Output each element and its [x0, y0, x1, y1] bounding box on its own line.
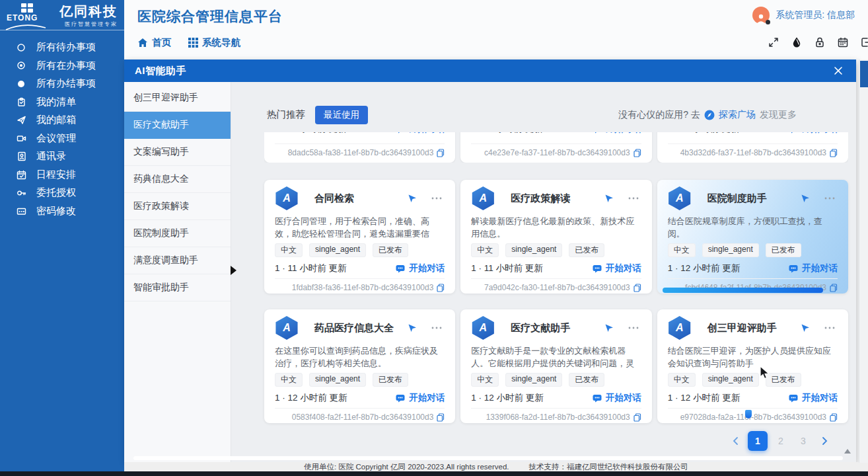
publish-cursor-icon[interactable]: [801, 323, 810, 333]
more-menu-icon[interactable]: [824, 197, 838, 200]
agent-card-sanjia-review[interactable]: A 创三甲迎评助手 结合医院三甲迎评，为医护人员提供应知应会知识查询与问答助手 …: [657, 309, 848, 423]
agent-card-drug-info[interactable]: A 药品医疗信息大全 在这里你可以查询到药品信息，疾病症状及治疗，医疗机构等相关…: [264, 309, 455, 423]
start-chat-link[interactable]: 开始对话: [396, 132, 445, 135]
nav-home[interactable]: 首页: [137, 36, 171, 49]
publish-cursor-icon[interactable]: [801, 194, 810, 203]
pagination-page-1[interactable]: 1: [748, 431, 768, 451]
copy-icon[interactable]: [830, 284, 838, 292]
pagination-next-icon[interactable]: [816, 432, 834, 450]
chat-bubble-icon: [396, 394, 405, 403]
copy-icon[interactable]: [437, 284, 445, 292]
agent-card-partial[interactable]: 1 · 11 小时前 更新 开始对话 4b3d32d6-fa37-11ef-8b…: [657, 132, 848, 163]
user-box[interactable]: 系统管理员: 信息部: [752, 7, 855, 24]
more-menu-icon[interactable]: [628, 197, 641, 200]
explore-plaza-link[interactable]: 探索广场: [719, 109, 756, 121]
start-chat-link[interactable]: 开始对话: [396, 392, 445, 404]
start-chat-link[interactable]: 开始对话: [789, 262, 838, 274]
more-menu-icon[interactable]: [431, 197, 445, 200]
start-chat-link[interactable]: 开始对话: [593, 392, 641, 404]
brand-company-name: 亿同科技: [50, 3, 118, 19]
menu-item-sanjia[interactable]: 创三甲迎评助手: [124, 85, 231, 112]
copy-icon[interactable]: [437, 413, 445, 422]
avatar[interactable]: [752, 7, 770, 24]
more-menu-icon[interactable]: [431, 327, 445, 329]
hover-marker: [745, 410, 752, 418]
menu-item-copywriting[interactable]: 文案编写助手: [124, 139, 231, 166]
agent-card-hospital-rules[interactable]: A 医院制度助手 结合医院规章制度库，方便职工查找，查阅。 中文 single_…: [657, 180, 848, 294]
menu-item-approval[interactable]: 智能审批助手: [124, 274, 231, 301]
copy-icon[interactable]: [633, 284, 641, 292]
sidebar-item-my-mail[interactable]: 我的邮箱: [0, 111, 124, 130]
tab-hot-recommend[interactable]: 热门推荐: [267, 108, 305, 121]
sidebar-item-contacts[interactable]: 通讯录: [0, 147, 124, 166]
meeting-camera-icon: [16, 133, 26, 143]
start-chat-link[interactable]: 开始对话: [789, 392, 838, 404]
pagination-page-2[interactable]: 2: [772, 431, 790, 451]
copy-icon[interactable]: [830, 413, 838, 422]
tab-recently-used[interactable]: 最近使用: [315, 106, 368, 124]
start-chat-link[interactable]: 开始对话: [396, 262, 445, 274]
menu-item-literature[interactable]: 医疗文献助手: [124, 112, 231, 139]
agent-card-policy-reading[interactable]: A 医疗政策解读 解读最新医疗信息化最新的政策、新技术应用信息。 中文 sing…: [460, 180, 651, 294]
start-chat-link[interactable]: 开始对话: [593, 132, 641, 135]
agent-id: 1339f068-fa2d-11ef-8b7b-dc36439100d3: [486, 413, 630, 422]
horizontal-scrollbar[interactable]: [133, 456, 843, 460]
nav-system[interactable]: 系统导航: [188, 36, 240, 49]
copy-icon[interactable]: [633, 149, 641, 157]
copy-icon[interactable]: [633, 413, 641, 422]
start-chat-link[interactable]: 开始对话: [789, 132, 838, 135]
more-menu-icon[interactable]: [628, 327, 641, 329]
logout-icon[interactable]: [859, 35, 868, 50]
menu-item-policy[interactable]: 医疗政策解读: [124, 193, 231, 220]
tag-status: 已发布: [766, 243, 801, 257]
publish-cursor-icon[interactable]: [408, 194, 417, 203]
sidebar-item-password[interactable]: 密码修改: [0, 202, 124, 221]
sidebar-item-label: 密码修改: [36, 205, 76, 218]
agent-card-desc: 在这里你可以查询到药品信息，疾病症状及治疗，医疗机构等相关信息。: [275, 344, 445, 370]
copy-icon[interactable]: [437, 149, 445, 157]
publish-cursor-icon[interactable]: [408, 323, 417, 333]
sidebar-item-todo-all[interactable]: 所有待办事项: [0, 38, 124, 57]
copy-icon[interactable]: [830, 149, 838, 157]
agent-id: 8dadc58a-fa38-11ef-8b7b-dc36439100d3: [288, 148, 434, 157]
modal-content: 热门推荐 最近使用 没有心仪的应用? 去 探索广场 发现更多 1 · 11 小时…: [231, 82, 856, 463]
menu-item-pharmacopeia[interactable]: 药典信息大全: [124, 166, 231, 193]
agent-card-tags: 中文 single_agent 已发布: [471, 243, 641, 257]
scroll-top-arrow-icon[interactable]: [844, 449, 851, 454]
sidebar-item-meeting[interactable]: 会议管理: [0, 130, 124, 148]
lock-icon[interactable]: [813, 35, 827, 50]
more-menu-icon[interactable]: [824, 327, 838, 329]
partial-cards-row: 1 · 11 小时前 更新 开始对话 8dadc58a-fa38-11ef-8b…: [264, 132, 848, 163]
sidebar-item-done-all[interactable]: 所有办结事项: [0, 75, 124, 93]
start-chat-link[interactable]: 开始对话: [593, 262, 641, 274]
menu-item-hospital-rules[interactable]: 医院制度助手: [124, 220, 231, 247]
sidebar-item-label: 所有在办事项: [36, 60, 96, 72]
sidebar-item-my-list[interactable]: 我的清单: [0, 93, 124, 112]
avatar-badge: [766, 20, 770, 24]
menu-item-satisfaction[interactable]: 满意度调查助手: [124, 247, 231, 274]
agent-card-partial[interactable]: 1 · 11 小时前 更新 开始对话 8dadc58a-fa38-11ef-8b…: [264, 132, 455, 163]
menu-item-label: 医疗政策解读: [133, 200, 189, 212]
card-meta: 1 · 11 小时前 更新: [668, 132, 740, 135]
vertical-scrollbar[interactable]: [859, 60, 868, 463]
top-header: 医院综合管理信息平台 系统管理员: 信息部 首页 系统导航: [124, 0, 868, 60]
tag-status: 已发布: [373, 373, 408, 387]
theme-droplet-icon[interactable]: [789, 35, 804, 50]
sidebar-item-delegate[interactable]: 委托授权: [0, 184, 124, 202]
fullscreen-icon[interactable]: [766, 35, 781, 50]
agent-card-partial[interactable]: 1 · 11 小时前 更新 开始对话 c4e23e7e-fa37-11ef-8b…: [460, 132, 651, 163]
pagination-prev-icon[interactable]: [727, 432, 744, 450]
chat-bubble-icon: [593, 394, 602, 403]
close-icon[interactable]: [834, 66, 843, 75]
publish-cursor-icon[interactable]: [604, 323, 614, 333]
card-meta: 1 · 12 小时前 更新: [471, 392, 544, 404]
agent-card-contract-search[interactable]: A 合同检索 医疗合同管理，用于检索合同，准确、高效，助您轻松管理合同，避免遗漏…: [264, 180, 455, 294]
sidebar-item-inprogress-all[interactable]: 所有在办事项: [0, 57, 124, 75]
calendar-icon[interactable]: [836, 35, 850, 50]
vertical-scrollbar-thumb[interactable]: [860, 61, 868, 87]
sidebar-item-schedule[interactable]: 日程安排: [0, 166, 124, 184]
publish-cursor-icon[interactable]: [604, 194, 614, 203]
pagination-page-3[interactable]: 3: [794, 431, 813, 451]
agent-card-literature[interactable]: A 医疗文献助手 医疗文献助手是一款专业的文献检索机器人。它能根据用户提供的关键…: [460, 309, 651, 423]
pagination: 1 2 3: [264, 431, 848, 451]
